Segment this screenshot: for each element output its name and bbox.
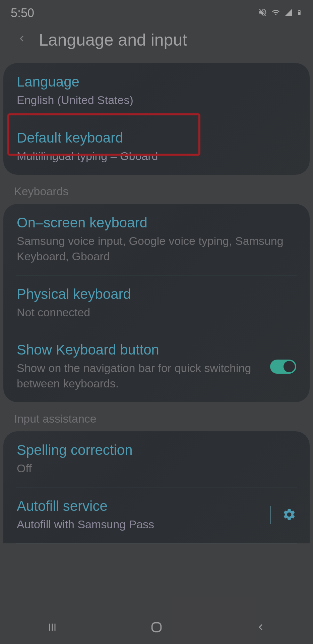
battery-icon	[296, 8, 302, 18]
section-header-keyboards: Keyboards	[0, 175, 313, 204]
svg-rect-4	[152, 623, 161, 632]
nav-recents-icon[interactable]	[42, 617, 62, 637]
wifi-icon	[271, 8, 281, 18]
card-keyboards: On–screen keyboard Samsung voice input, …	[3, 204, 310, 402]
setting-physical-keyboard-title: Physical keyboard	[17, 286, 296, 302]
toggle-knob	[284, 361, 295, 372]
page-header: Language and input	[0, 23, 313, 63]
setting-default-keyboard-title: Default keyboard	[17, 130, 296, 146]
nav-back-icon[interactable]	[251, 617, 271, 637]
signal-icon	[284, 8, 293, 18]
mute-icon	[258, 8, 267, 18]
navigation-bar	[0, 610, 313, 644]
card-input-assistance: Spelling correction Off Autofill service…	[3, 431, 310, 543]
vertical-divider	[270, 506, 271, 524]
setting-language[interactable]: Language English (United States)	[3, 63, 310, 119]
svg-rect-0	[298, 11, 300, 12]
toggle-show-keyboard-button[interactable]	[270, 360, 296, 374]
status-icons	[258, 8, 302, 18]
status-bar: 5:50	[0, 0, 313, 23]
setting-autofill-service[interactable]: Autofill service Autofill with Samsung P…	[3, 487, 310, 543]
setting-spelling-correction[interactable]: Spelling correction Off	[3, 431, 310, 487]
setting-onscreen-keyboard-subtitle: Samsung voice input, Google voice typing…	[17, 233, 296, 264]
setting-onscreen-keyboard[interactable]: On–screen keyboard Samsung voice input, …	[3, 204, 310, 275]
setting-spelling-correction-subtitle: Off	[17, 461, 296, 476]
section-header-input-assistance: Input assistance	[0, 402, 313, 431]
setting-default-keyboard-subtitle: Multilingual typing – Gboard	[17, 149, 296, 164]
divider	[16, 543, 297, 543]
setting-autofill-service-subtitle: Autofill with Samsung Pass	[17, 517, 270, 532]
setting-physical-keyboard-subtitle: Not connected	[17, 305, 296, 320]
setting-show-keyboard-button[interactable]: Show Keyboard button Show on the navigat…	[3, 331, 310, 402]
setting-show-keyboard-button-subtitle: Show on the navigation bar for quick swi…	[17, 361, 263, 391]
setting-spelling-correction-title: Spelling correction	[17, 442, 296, 458]
setting-physical-keyboard[interactable]: Physical keyboard Not connected	[3, 275, 310, 331]
back-icon[interactable]	[17, 31, 27, 50]
setting-autofill-service-title: Autofill service	[17, 498, 270, 514]
setting-language-title: Language	[17, 74, 296, 90]
setting-onscreen-keyboard-title: On–screen keyboard	[17, 215, 296, 231]
status-time: 5:50	[11, 6, 34, 20]
setting-default-keyboard[interactable]: Default keyboard Multilingual typing – G…	[3, 119, 310, 175]
card-language-defaults: Language English (United States) Default…	[3, 63, 310, 175]
page-title: Language and input	[39, 30, 187, 50]
gear-icon[interactable]	[282, 507, 296, 523]
setting-show-keyboard-button-title: Show Keyboard button	[17, 342, 263, 358]
nav-home-icon[interactable]	[146, 617, 167, 637]
setting-language-subtitle: English (United States)	[17, 93, 296, 108]
